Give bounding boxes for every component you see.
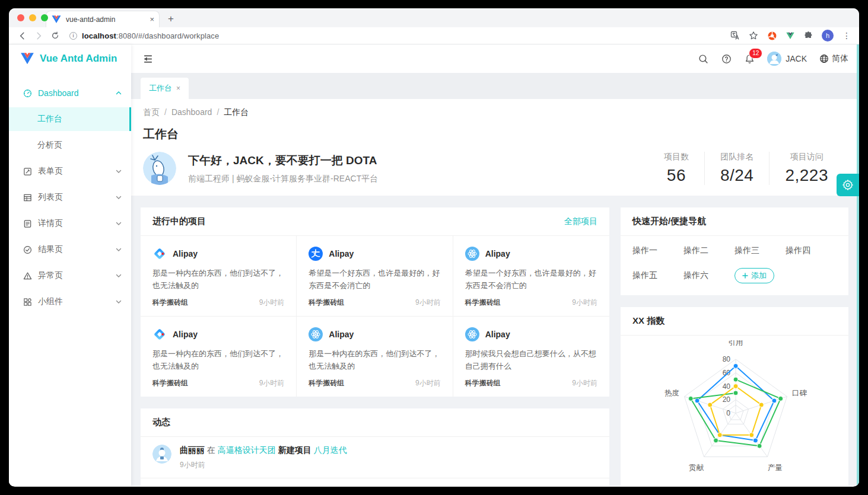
browser-menu-icon[interactable]: ⋮ (841, 30, 852, 41)
browser-action-icons: h ⋮ (730, 30, 853, 41)
sidebar-item-label: 工作台 (37, 114, 122, 124)
add-operation-button[interactable]: 添加 (735, 268, 774, 283)
antd-icon (152, 327, 167, 341)
sidebar-item-widgets[interactable]: 小组件 (9, 290, 131, 314)
project-card[interactable]: Alipay 那是一种内在的东西，他们到达不了，也无法触及的 科学搬砖组9小时前 (141, 317, 297, 397)
sidebar-item-label: 分析页 (37, 140, 122, 151)
tab-close-button[interactable]: × (150, 15, 154, 23)
quicknav-op-4[interactable]: 操作四 (786, 245, 837, 256)
all-projects-link[interactable]: 全部项目 (564, 216, 597, 227)
stat-label: 团队排名 (720, 152, 754, 162)
page-tab-workplace[interactable]: 工作台 × (141, 78, 189, 99)
page-header: 首页 Dashboard 工作台 工作台 下午好，JACK，要不要打一把 DOT… (131, 99, 859, 196)
settings-gear-button[interactable] (837, 174, 859, 196)
quicknav-op-6[interactable]: 操作六 (683, 270, 735, 281)
page-tab-close-icon[interactable]: × (176, 84, 180, 92)
reload-button[interactable] (48, 28, 62, 43)
project-description: 那时候我只会想自己想要什么，从不想自己拥有什么 (465, 347, 597, 372)
site-info-icon[interactable]: i (69, 32, 77, 40)
sidebar-item-results[interactable]: 结果页 (9, 238, 131, 261)
gear-icon (842, 179, 854, 191)
check-circle-icon (23, 245, 32, 254)
activity-text: 曲丽丽 在 高逼格设计天团 新建项目 八月迭代 (180, 445, 347, 456)
sidebar-menu: Dashboard 工作台 分析页 表单页 列表页 (9, 73, 131, 314)
project-card[interactable]: Alipay 希望是一个好东西，也许是最好的，好东西是不会消亡的 科学搬砖组9小… (297, 236, 453, 317)
greeting-title: 下午好，JACK，要不要打一把 DOTA (188, 153, 648, 168)
greeting-subtitle: 前端工程师 | 蚂蚁金服-计算服务事业群-REACT平台 (188, 174, 648, 184)
app-logo[interactable]: Vue Antd Admin (9, 44, 131, 73)
project-time: 9小时前 (572, 298, 597, 308)
project-group[interactable]: 科学搬砖组 (152, 298, 188, 308)
breadcrumb-home[interactable]: 首页 (143, 107, 160, 118)
quicknav-op-5[interactable]: 操作五 (632, 270, 683, 281)
browser-tab[interactable]: vue-antd-admin × (46, 11, 160, 27)
sidebar-item-label: 详情页 (38, 218, 110, 229)
chevron-down-icon (116, 247, 122, 253)
sidebar-collapse-button[interactable] (139, 50, 156, 67)
quicknav-op-2[interactable]: 操作二 (683, 245, 735, 256)
chevron-up-icon (116, 90, 122, 96)
project-group[interactable]: 科学搬砖组 (309, 378, 344, 388)
globe-icon (819, 54, 829, 63)
project-description: 希望是一个好东西，也许是最好的，好东西是不会消亡的 (465, 267, 597, 292)
react-icon (309, 327, 323, 341)
new-tab-button[interactable]: + (163, 11, 179, 27)
project-card[interactable]: Alipay 希望是一个好东西，也许是最好的，好东西是不会消亡的 科学搬砖组9小… (453, 236, 609, 317)
close-window-button[interactable] (17, 14, 24, 21)
sidebar-item-exception[interactable]: 异常页 (9, 264, 131, 288)
sidebar-item-analysis[interactable]: 分析页 (9, 133, 131, 157)
sidebar-item-details[interactable]: 详情页 (9, 212, 131, 235)
project-group[interactable]: 科学搬砖组 (309, 298, 344, 308)
sidebar-item-forms[interactable]: 表单页 (9, 159, 131, 183)
page-content: 进行中的项目 全部项目 Alipay 那是一种内在的东西，他们到达不了，也无法触… (131, 196, 859, 486)
project-card[interactable]: Alipay 那是一种内在的东西，他们到达不了，也无法触及的 科学搬砖组9小时前 (141, 236, 297, 317)
breadcrumb-dashboard[interactable]: Dashboard (160, 107, 212, 118)
language-label: 简体 (832, 53, 848, 64)
search-icon[interactable] (698, 53, 708, 64)
sidebar-item-lists[interactable]: 列表页 (9, 186, 131, 209)
svg-text:60: 60 (723, 369, 731, 377)
minimize-window-button[interactable] (29, 14, 36, 21)
quicknav-op-1[interactable]: 操作一 (632, 245, 683, 256)
profile-icon (23, 219, 32, 228)
chevron-down-icon (116, 221, 122, 226)
help-icon[interactable] (721, 53, 732, 64)
activity-target-link[interactable]: 八月迭代 (314, 445, 347, 455)
translate-icon[interactable] (730, 30, 740, 41)
project-group[interactable]: 科学搬砖组 (465, 378, 501, 388)
app-logo-text: Vue Antd Admin (40, 53, 117, 65)
sidebar-item-workplace[interactable]: 工作台 (9, 107, 131, 131)
notifications-bell-icon[interactable]: 12 (744, 53, 755, 64)
address-bar[interactable]: i localhost:8080/#/dashboard/workplace (65, 28, 727, 43)
svg-text:产量: 产量 (768, 464, 783, 472)
menu-fold-icon (143, 54, 153, 64)
svg-text:贡献: 贡献 (689, 464, 704, 472)
quicknav-op-3[interactable]: 操作三 (735, 245, 786, 256)
chevron-down-icon (116, 273, 122, 279)
project-card[interactable]: Alipay 那时候我只会想自己想要什么，从不想自己拥有什么 科学搬砖组9小时前 (453, 317, 609, 397)
bookmark-star-icon[interactable] (748, 30, 759, 41)
reload-icon (51, 31, 59, 40)
back-button[interactable] (15, 28, 29, 43)
language-switcher[interactable]: 简体 (819, 53, 848, 64)
activity-user[interactable]: 曲丽丽 (180, 445, 205, 455)
maximize-window-button[interactable] (41, 14, 48, 21)
svg-text:口碑: 口碑 (792, 389, 807, 397)
project-group[interactable]: 科学搬砖组 (152, 378, 188, 388)
forward-button[interactable] (31, 28, 46, 43)
radar-chart: 020406080引用口碑产量贡献热度abc (621, 336, 848, 486)
activity-group-link[interactable]: 高逼格设计天团 (218, 445, 276, 455)
browser-profile-avatar[interactable]: h (822, 30, 834, 41)
stat-value: 2,223 (785, 166, 828, 185)
add-button-label: 添加 (751, 270, 767, 281)
forward-arrow-icon (34, 31, 43, 40)
desktop-background: vue-antd-admin × + i localhost:8080/#/da… (0, 0, 868, 495)
sidebar-item-dashboard[interactable]: Dashboard (9, 81, 131, 105)
activity-action: 新建项目 (278, 445, 311, 455)
project-card[interactable]: Alipay 那是一种内在的东西，他们到达不了，也无法触及的 科学搬砖组9小时前 (297, 317, 453, 397)
user-menu[interactable]: JACK (767, 52, 807, 66)
extensions-puzzle-icon[interactable] (803, 30, 814, 41)
vue-devtools-icon[interactable] (785, 30, 796, 41)
project-group[interactable]: 科学搬砖组 (465, 298, 501, 308)
extension-orange-icon[interactable] (767, 30, 777, 41)
